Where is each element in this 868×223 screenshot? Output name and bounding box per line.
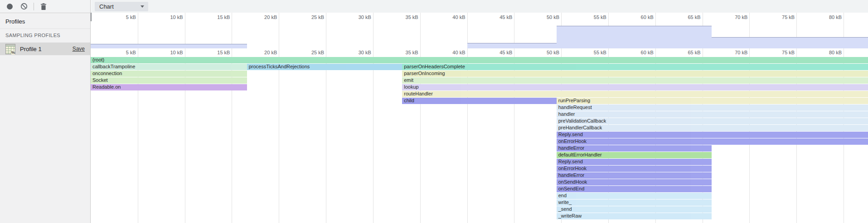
record-button[interactable] [5,2,14,10]
tick-label: 20 kB [264,14,279,20]
tick-label: 5 kB [126,14,138,20]
flame-bar-prehandlercallback[interactable]: preHandlerCallback [557,125,868,131]
gridline [326,48,326,223]
flame-bar-handlerequest[interactable]: handleRequest [557,104,868,111]
trash-icon [40,3,47,10]
sidebar-title: Profiles [5,18,25,25]
flame-bar-emit[interactable]: emit [402,77,868,84]
tick-label: 15 kB [217,50,232,55]
flame-bar-socket[interactable]: Socket [91,77,247,84]
gridline [279,13,279,48]
tick-label: 55 kB [594,50,608,55]
tick-label: 30 kB [359,14,373,20]
tick-label: 30 kB [359,50,373,55]
sidebar-section-label: SAMPLING PROFILES [0,28,90,38]
overview-step[interactable] [557,26,712,48]
flame-bar-handleerror[interactable]: handleError [557,172,712,179]
tick-label: 35 kB [406,14,420,20]
flame-bar-processticksandrejections[interactable]: processTicksAndRejections [247,64,402,70]
spreadsheet-percent-icon: % [5,44,15,54]
view-mode-value: Chart [95,3,141,10]
flame-bar-onsendend[interactable]: onSendEnd [557,186,712,192]
tick-label: 50 kB [547,50,561,55]
chart-toolbar: Chart [91,0,868,13]
overview-step[interactable] [91,44,247,48]
tick-label: 80 kB [829,50,844,55]
flame-bar-readable-on[interactable]: Readable.on [91,84,247,90]
tick-label: 65 kB [688,50,702,55]
flame-bar-reply-send[interactable]: Reply.send [557,159,712,165]
flame-bar-child[interactable]: child [402,98,557,104]
tick-label: 10 kB [170,14,184,20]
block-circle-icon [20,3,28,10]
profiles-sidebar: Profiles SAMPLING PROFILES % Profile 1 S… [0,0,91,223]
gridline [185,13,185,48]
flame-bar-parseronheaderscomplete[interactable]: parserOnHeadersComplete [402,64,868,70]
chevron-down-icon [141,5,144,8]
gridline [373,48,373,223]
allocation-overview[interactable]: 5 kB10 kB15 kB20 kB25 kB30 kB35 kB40 kB4… [91,13,868,48]
tick-label: 70 kB [735,50,749,55]
gridline [138,13,138,48]
tick-label: 35 kB [406,50,420,55]
flame-bar-reply-send[interactable]: Reply.send [557,132,868,138]
flame-bar--send[interactable]: _send [557,206,712,213]
overview-step[interactable] [712,37,868,48]
tick-label: 65 kB [688,14,702,20]
view-mode-select[interactable]: Chart [95,2,148,11]
gridline [232,13,232,48]
flame-bar-defaulterrorhandler[interactable]: defaultErrorHandler [557,152,712,158]
tick-label: 60 kB [641,50,655,55]
flame-bar-lookup[interactable]: lookup [402,84,868,90]
gridline [373,13,373,48]
flame-bar-end[interactable]: end [557,193,712,199]
tick-label: 40 kB [452,50,467,55]
flame-chart[interactable]: 5 kB10 kB15 kB20 kB25 kB30 kB35 kB40 kB4… [91,48,868,223]
flame-bar--root-[interactable]: (root) [91,57,868,63]
profile-name: Profile 1 [20,46,73,52]
gridline [326,13,326,48]
flame-bar-runpreparsing[interactable]: runPreParsing [557,98,868,104]
overview-left-scrollbar[interactable] [91,13,92,21]
flame-bar-handleerror[interactable]: handleError [557,145,712,152]
clear-profiles-button[interactable] [20,2,28,10]
tick-label: 25 kB [311,50,326,55]
tick-label: 75 kB [782,50,796,55]
profiler-window: Profiles SAMPLING PROFILES % Profile 1 S… [0,0,868,223]
gridline [420,13,421,48]
tick-label: 20 kB [264,50,279,55]
flame-bar-onerrorhook[interactable]: onErrorHook [557,166,712,172]
tick-label: 10 kB [170,50,184,55]
flame-bar-parseronincoming[interactable]: parserOnIncoming [402,71,868,77]
overview-step[interactable] [467,43,557,48]
toolbar-divider [34,3,34,10]
gridline [279,48,279,223]
tick-label: 60 kB [641,14,655,20]
flame-bar-write-[interactable]: write_ [557,199,712,206]
tick-label: 45 kB [499,50,514,55]
tick-label: 45 kB [499,14,514,20]
flame-bar-handler[interactable]: handler [557,111,868,118]
sidebar-item-profile-1[interactable]: % Profile 1 Save [0,43,90,55]
tick-label: 70 kB [735,14,749,20]
save-profile-link[interactable]: Save [73,46,85,52]
tick-label: 15 kB [217,14,232,20]
flame-bar-prevalidationcallback[interactable]: preValidationCallback [557,118,868,124]
tick-label: 5 kB [126,50,138,55]
tick-label: 55 kB [594,14,608,20]
profiles-toolbar [0,0,90,13]
flame-bar-routehandler[interactable]: routeHandler [402,91,868,97]
flame-bar-onconnection[interactable]: onconnection [91,71,247,77]
tick-label: 75 kB [782,14,796,20]
flame-bar-onsendhook[interactable]: onSendHook [557,179,712,185]
tick-label: 50 kB [547,14,561,20]
flame-bar--writeraw[interactable]: _writeRaw [557,213,712,219]
flame-bar-onerrorhook[interactable]: onErrorHook [557,138,868,145]
tick-label: 80 kB [829,14,844,20]
record-icon [7,4,13,9]
flame-bar-callbacktrampoline[interactable]: callbackTrampoline [91,64,247,70]
delete-profile-button[interactable] [39,2,48,10]
tick-label: 40 kB [452,14,467,20]
tick-label: 25 kB [311,14,326,20]
